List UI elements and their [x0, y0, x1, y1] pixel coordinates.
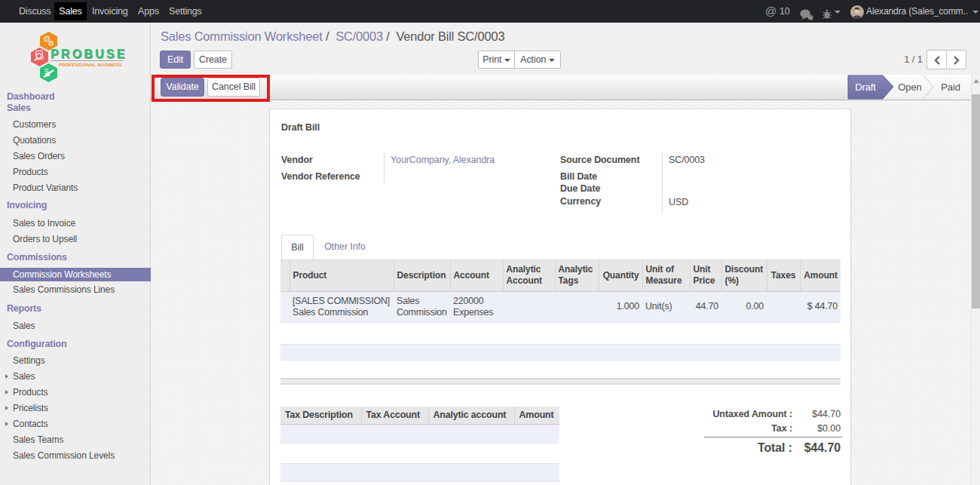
- svg-text:Draft: Draft: [855, 81, 876, 93]
- svg-text:Paid: Paid: [941, 81, 960, 93]
- svg-text:Open: Open: [898, 81, 921, 93]
